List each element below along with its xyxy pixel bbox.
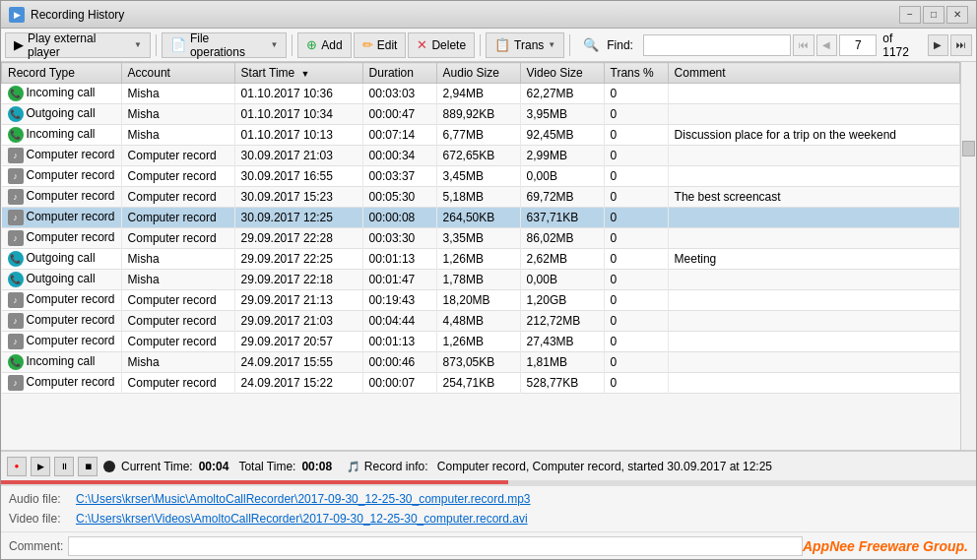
- music-icon: ♪: [8, 230, 24, 246]
- play-external-player-button[interactable]: ▶ Play external player ▼: [5, 32, 151, 58]
- cell-account: Misha: [121, 270, 234, 290]
- col-account[interactable]: Account: [121, 63, 234, 84]
- cell-duration: 00:05:30: [362, 187, 436, 208]
- table-row[interactable]: 📞Incoming call Misha 01.10.2017 10:13 00…: [2, 125, 960, 146]
- col-record-type[interactable]: Record Type: [2, 63, 122, 84]
- cell-record-type: 📞Outgoing call: [2, 249, 122, 270]
- col-video-size[interactable]: Video Size: [520, 63, 604, 84]
- cell-audio-size: 3,35MB: [436, 228, 520, 249]
- cell-comment: [668, 208, 959, 228]
- music-icon: ♪: [8, 375, 24, 391]
- next-page-button[interactable]: ▶: [928, 34, 949, 56]
- comment-input[interactable]: [68, 536, 803, 556]
- cell-record-type: ♪Computer record: [2, 228, 122, 249]
- cell-duration: 00:00:08: [362, 208, 436, 228]
- table-scroll[interactable]: Record Type Account Start Time ▼ Duratio…: [1, 62, 960, 450]
- play-label: Play external player: [28, 31, 130, 59]
- maximize-button[interactable]: □: [923, 6, 944, 24]
- table-row[interactable]: ♪Computer record Computer record 30.09.2…: [2, 166, 960, 187]
- current-time-label: Current Time:: [121, 460, 193, 473]
- edit-button[interactable]: ✏ Edit: [354, 32, 407, 58]
- table-row[interactable]: 📞Outgoing call Misha 29.09.2017 22:25 00…: [2, 249, 960, 270]
- close-button[interactable]: ✕: [946, 6, 968, 24]
- cell-duration: 00:00:07: [362, 373, 436, 394]
- col-start-time[interactable]: Start Time ▼: [234, 63, 362, 84]
- col-audio-size[interactable]: Audio Size: [436, 63, 520, 84]
- col-duration[interactable]: Duration: [362, 63, 436, 84]
- cell-audio-size: 264,50KB: [436, 208, 520, 228]
- cell-audio-size: 18,20MB: [436, 290, 520, 311]
- page-input[interactable]: 7: [839, 34, 877, 56]
- cell-duration: 00:01:47: [362, 270, 436, 290]
- table-row[interactable]: 📞Incoming call Misha 01.10.2017 10:36 00…: [2, 84, 960, 104]
- progress-bar-container[interactable]: [1, 480, 976, 485]
- cell-account: Computer record: [121, 146, 234, 166]
- table-row[interactable]: ♪Computer record Computer record 29.09.2…: [2, 332, 960, 352]
- cell-audio-size: 4,48MB: [436, 311, 520, 332]
- appnee-brand: AppNee Freeware Group.: [803, 538, 968, 554]
- cell-comment: Meeting: [668, 249, 959, 270]
- cell-account: Computer record: [121, 228, 234, 249]
- cell-trans: 0: [604, 125, 668, 146]
- audio-file-path[interactable]: C:\Users\krser\Music\AmoltoCallRecorder\…: [76, 492, 531, 506]
- find-input[interactable]: [643, 34, 791, 56]
- delete-label: Delete: [431, 38, 466, 52]
- music-icon: ♪: [8, 168, 24, 184]
- cell-duration: 00:03:37: [362, 166, 436, 187]
- cell-duration: 00:03:03: [362, 84, 436, 104]
- table-row[interactable]: ♪Computer record Computer record 29.09.2…: [2, 311, 960, 332]
- records-table: Record Type Account Start Time ▼ Duratio…: [1, 62, 960, 394]
- table-row[interactable]: ♪Computer record Computer record 29.09.2…: [2, 228, 960, 249]
- title-bar: ▶ Recording History − □ ✕: [1, 1, 976, 29]
- cell-trans: 0: [604, 270, 668, 290]
- cell-start-time: 29.09.2017 22:25: [234, 249, 362, 270]
- record-button[interactable]: ●: [7, 457, 27, 476]
- table-row[interactable]: ♪Computer record Computer record 24.09.2…: [2, 373, 960, 394]
- cell-trans: 0: [604, 332, 668, 352]
- cell-account: Computer record: [121, 373, 234, 394]
- add-icon: ⊕: [306, 37, 317, 52]
- sep2: [292, 34, 293, 56]
- prev-page-button[interactable]: ◀: [816, 34, 838, 56]
- cell-trans: 0: [604, 373, 668, 394]
- first-page-button[interactable]: ⏮: [793, 34, 814, 56]
- cell-video-size: 86,02MB: [520, 228, 604, 249]
- cell-start-time: 01.10.2017 10:13: [234, 125, 362, 146]
- minimize-button[interactable]: −: [899, 6, 921, 24]
- table-row[interactable]: ♪Computer record Computer record 30.09.2…: [2, 187, 960, 208]
- table-row[interactable]: ♪Computer record Computer record 29.09.2…: [2, 290, 960, 311]
- table-row[interactable]: 📞Incoming call Misha 24.09.2017 15:55 00…: [2, 352, 960, 373]
- record-info-value: Computer record, Computer record, starte…: [437, 460, 772, 473]
- cell-trans: 0: [604, 311, 668, 332]
- music-icon: ♪: [8, 189, 24, 205]
- cell-video-size: 2,62MB: [520, 249, 604, 270]
- col-comment[interactable]: Comment: [668, 63, 959, 84]
- pause-button[interactable]: ⏸: [54, 457, 74, 476]
- status-play-button[interactable]: ▶: [31, 457, 50, 476]
- file-operations-button[interactable]: 📄 File operations ▼: [162, 32, 287, 58]
- table-row[interactable]: ♪Computer record Computer record 30.09.2…: [2, 146, 960, 166]
- edit-label: Edit: [377, 38, 398, 52]
- cell-duration: 00:01:13: [362, 249, 436, 270]
- table-row[interactable]: 📞Outgoing call Misha 29.09.2017 22:18 00…: [2, 270, 960, 290]
- cell-comment: [668, 84, 959, 104]
- cell-trans: 0: [604, 104, 668, 125]
- table-row[interactable]: ♪Computer record Computer record 30.09.2…: [2, 208, 960, 228]
- delete-button[interactable]: ✕ Delete: [408, 32, 475, 58]
- trans-button[interactable]: 📋 Trans ▼: [486, 32, 564, 58]
- stop-button[interactable]: ⏹: [78, 457, 98, 476]
- cell-comment: [668, 270, 959, 290]
- cell-start-time: 01.10.2017 10:36: [234, 84, 362, 104]
- scrollbar[interactable]: [960, 62, 976, 450]
- table-row[interactable]: 📞Outgoing call Misha 01.10.2017 10:34 00…: [2, 104, 960, 125]
- cell-trans: 0: [604, 187, 668, 208]
- phone-icon: 📞: [8, 251, 24, 267]
- cell-account: Misha: [121, 249, 234, 270]
- sep4: [569, 34, 570, 56]
- video-file-path[interactable]: C:\Users\krser\Videos\AmoltoCallRecorder…: [76, 512, 528, 526]
- add-button[interactable]: ⊕ Add: [297, 32, 351, 58]
- last-page-button[interactable]: ⏭: [950, 34, 972, 56]
- cell-duration: 00:00:47: [362, 104, 436, 125]
- col-trans[interactable]: Trans %: [604, 63, 668, 84]
- cell-video-size: 27,43MB: [520, 332, 604, 352]
